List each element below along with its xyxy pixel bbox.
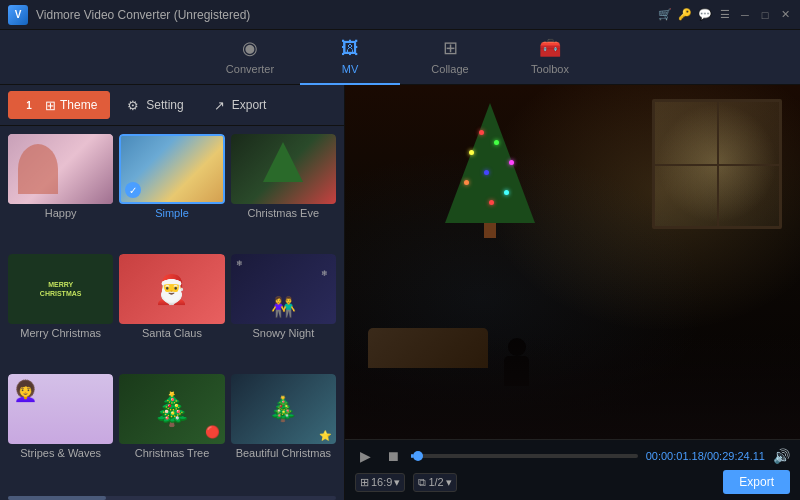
theme-grid: Happy ✓ Simple Christmas Eve [0,126,344,496]
progress-bar[interactable] [411,454,638,458]
tab-converter[interactable]: ◉ Converter [200,30,300,85]
page-select[interactable]: ⧉ 1/2 ▾ [413,473,456,492]
maximize-icon[interactable]: □ [758,8,772,22]
mv-icon: 🖼 [341,38,359,59]
sofa [368,328,488,368]
theme-snowy-label: Snowy Night [231,327,336,341]
converter-icon: ◉ [242,37,258,59]
controls-left: ⊞ 16:9 ▾ ⧉ 1/2 ▾ [355,473,457,492]
right-panel: ▶ ⏹ 00:00:01.18/00:29:24.11 🔊 ⊞ 16:9 ▾ [345,85,800,500]
theme-xmas-eve[interactable]: Christmas Eve [231,134,336,248]
controls-playback-row: ▶ ⏹ 00:00:01.18/00:29:24.11 🔊 [355,446,790,466]
subtab-setting-label: Setting [146,98,183,112]
theme-snowy-thumb: ❄ ❄ 👫 [231,254,336,324]
theme-snowy[interactable]: ❄ ❄ 👫 Snowy Night [231,254,336,368]
theme-stripes-label: Stripes & Waves [8,447,113,461]
export-button[interactable]: Export [723,470,790,494]
key-icon[interactable]: 🔑 [678,8,692,22]
close-icon[interactable]: ✕ [778,8,792,22]
theme-scrollbar[interactable] [8,496,336,500]
tab-mv[interactable]: 🖼 MV [300,30,400,85]
theme-simple-thumb: ✓ [119,134,224,204]
tree-lights [454,120,544,220]
tab-toolbox-label: Toolbox [531,63,569,75]
theme-merry-thumb: MERRYCHRISTMAS [8,254,113,324]
menu-icon[interactable]: ☰ [718,8,732,22]
chat-icon[interactable]: 💬 [698,8,712,22]
theme-beautiful-label: Beautiful Christmas [231,447,336,461]
theme-selected-checkmark: ✓ [125,182,141,198]
theme-beautiful[interactable]: 🎄 ⭐ Beautiful Christmas [231,374,336,488]
collage-icon: ⊞ [443,37,458,59]
app-logo: V [8,5,28,25]
ratio-select[interactable]: ⊞ 16:9 ▾ [355,473,405,492]
subtab-setting[interactable]: ⚙ Setting [114,92,196,119]
window-frame [652,99,782,229]
controls-options-row: ⊞ 16:9 ▾ ⧉ 1/2 ▾ Export [355,470,790,494]
volume-icon[interactable]: 🔊 [773,448,790,464]
toolbox-icon: 🧰 [539,37,561,59]
time-display: 00:00:01.18/00:29:24.11 [646,450,765,462]
subtab-theme-label: Theme [60,98,97,112]
theme-xmas-eve-thumb [231,134,336,204]
minimize-icon[interactable]: ─ [738,8,752,22]
left-panel: 1 ⊞ Theme ⚙ Setting ↗ Export Hap [0,85,345,500]
subtab-theme[interactable]: 1 ⊞ Theme [8,91,110,119]
theme-stripes[interactable]: 👩‍🦱 Stripes & Waves [8,374,113,488]
titlebar: V Vidmore Video Converter (Unregistered)… [0,0,800,30]
video-controls: ▶ ⏹ 00:00:01.18/00:29:24.11 🔊 ⊞ 16:9 ▾ [345,439,800,500]
theme-beautiful-thumb: 🎄 ⭐ [231,374,336,444]
subtab-export[interactable]: ↗ Export [201,92,280,119]
video-preview [345,85,800,439]
theme-simple[interactable]: ✓ Simple [119,134,224,248]
play-button[interactable]: ▶ [355,446,375,466]
stop-button[interactable]: ⏹ [383,446,403,466]
tab-toolbox[interactable]: 🧰 Toolbox [500,30,600,85]
theme-santa[interactable]: 🎅 Santa Claus [119,254,224,368]
tab-collage-label: Collage [431,63,468,75]
page-value: 1/2 [428,476,443,488]
theme-santa-label: Santa Claus [119,327,224,341]
theme-merry[interactable]: MERRYCHRISTMAS Merry Christmas [8,254,113,368]
progress-dot [413,451,423,461]
theme-happy[interactable]: Happy [8,134,113,248]
theme-xmas-tree-thumb: 🎄 🔴 [119,374,224,444]
subtab-export-label: Export [232,98,267,112]
theme-xmas-eve-label: Christmas Eve [231,207,336,221]
sub-tabs: 1 ⊞ Theme ⚙ Setting ↗ Export [0,85,344,126]
nav-tabs: ◉ Converter 🖼 MV ⊞ Collage 🧰 Toolbox [0,30,800,85]
theme-happy-thumb [8,134,113,204]
scene-background [345,85,800,439]
ratio-value: 16:9 [371,476,392,488]
app-title: Vidmore Video Converter (Unregistered) [36,8,658,22]
theme-santa-thumb: 🎅 [119,254,224,324]
step1-badge: 1 [21,97,37,113]
window-controls: 🛒 🔑 💬 ☰ ─ □ ✕ [658,8,792,22]
theme-happy-label: Happy [8,207,113,221]
main-content: 1 ⊞ Theme ⚙ Setting ↗ Export Hap [0,85,800,500]
theme-merry-label: Merry Christmas [8,327,113,341]
tab-converter-label: Converter [226,63,274,75]
theme-xmas-tree-label: Christmas Tree [119,447,224,461]
theme-xmas-tree[interactable]: 🎄 🔴 Christmas Tree [119,374,224,488]
tab-mv-label: MV [342,63,359,75]
cart-icon[interactable]: 🛒 [658,8,672,22]
tab-collage[interactable]: ⊞ Collage [400,30,500,85]
theme-stripes-thumb: 👩‍🦱 [8,374,113,444]
theme-simple-label: Simple [119,207,224,221]
